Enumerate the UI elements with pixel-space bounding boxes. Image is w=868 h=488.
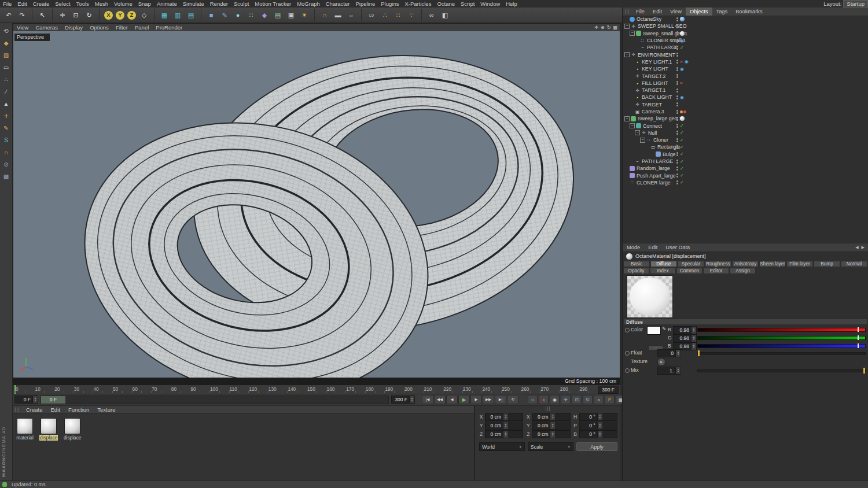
object-row-back-light[interactable]: ●BACK LIGHT◉ [623, 94, 868, 101]
mix-slider-handle[interactable] [863, 368, 865, 374]
visibility-dots-toggle[interactable] [676, 46, 678, 50]
stepper-down-icon[interactable]: ▼ [551, 417, 554, 419]
viewport-menu-prorender[interactable]: ProRender [152, 24, 186, 31]
objects-tab-view[interactable]: View [666, 8, 686, 16]
viewport-camera-label[interactable]: Perspective [14, 34, 50, 41]
attribute-menu-user-data[interactable]: User Data [661, 245, 694, 250]
rotation-b-field[interactable]: 0 °▲▼ [579, 430, 617, 438]
attribute-tab-sheen-layer[interactable]: Sheen layer [759, 261, 786, 267]
camera-menu[interactable]: ▣ [285, 9, 297, 21]
visibility-dots-toggle[interactable] [676, 95, 678, 99]
visibility-dots-toggle[interactable] [676, 167, 678, 171]
viewport-layout-toggle-icon[interactable]: ▦ [613, 25, 617, 30]
next-frame-button[interactable]: ▶ [470, 395, 482, 404]
viewport-menu-options[interactable]: Options [86, 24, 112, 31]
visibility-dots-toggle[interactable] [676, 138, 678, 142]
expand-collapse-icon[interactable]: − [624, 24, 630, 29]
next-key-button[interactable]: ▶▶ [483, 395, 494, 404]
play-button[interactable]: ▶ [458, 395, 470, 404]
object-row-environment[interactable]: −✛ENVIRONMENT [623, 51, 868, 58]
viewport-menu-display[interactable]: Display [61, 24, 86, 31]
visibility-dots-toggle[interactable] [676, 74, 678, 78]
size-x-field-stepper[interactable]: ▲▼ [550, 413, 555, 420]
previous-frame-button[interactable]: ◀ [446, 395, 458, 404]
menu-sculpt[interactable]: Sculpt [231, 1, 252, 7]
texture-mode-button[interactable]: ▨ [1, 50, 12, 60]
stepper-down-icon[interactable]: ▼ [598, 417, 601, 419]
rotation-p-field-stepper[interactable]: ▲▼ [597, 422, 602, 429]
viewport-canvas[interactable]: Perspective [13, 31, 620, 378]
material-item-material[interactable]: material [16, 418, 34, 441]
attribute-tab-diffuse[interactable]: Diffuse [650, 261, 677, 267]
stepper-down-icon[interactable]: ▼ [551, 434, 554, 437]
size-x-field[interactable]: 0 cm▲▼ [532, 413, 570, 421]
rotate-tool[interactable]: ↻ [83, 9, 95, 21]
object-row-key-light-1[interactable]: ●KEY LIGHT.1×◉ [623, 58, 868, 65]
layout-select[interactable]: Startup [843, 0, 868, 8]
rotation-b-field-stepper[interactable]: ▲▼ [597, 431, 602, 438]
object-row-cloner-small-1[interactable]: ∷CLONER small.1◉ [623, 37, 868, 44]
undo-button[interactable]: ↶ [2, 9, 15, 21]
channel-slider-b[interactable] [697, 344, 866, 348]
menu-snap[interactable]: Snap [135, 1, 154, 7]
mograph-cloner-menu[interactable]: ∷ [245, 9, 258, 21]
object-row-rectangle[interactable]: ▭Rectangle✓ [623, 143, 868, 150]
live-selection-tool[interactable]: ↖ [36, 9, 49, 21]
stepper-down-icon[interactable]: ▼ [505, 434, 507, 437]
sculpt-pencil-button[interactable]: ✎ [1, 123, 12, 133]
goto-start-button[interactable]: |◀ [422, 395, 433, 404]
size-y-field-stepper[interactable]: ▲▼ [550, 422, 555, 429]
visibility-dots-toggle[interactable] [676, 160, 678, 164]
visibility-dots-toggle[interactable] [676, 102, 678, 106]
current-frame-stepper[interactable]: ▲▼ [32, 396, 38, 403]
menu-animate[interactable]: Animate [154, 1, 180, 7]
environment-menu[interactable]: ▤ [271, 9, 284, 21]
edges-mode-button[interactable]: ∕ [1, 86, 12, 97]
snap-toggle[interactable]: ∩ [318, 9, 331, 21]
object-row-camera-3[interactable]: ▣Camera.3 [623, 108, 868, 115]
menu-mesh[interactable]: Mesh [92, 1, 111, 7]
object-row-push-apart-large[interactable]: Push Apart_large✓ [623, 172, 868, 179]
menu-x-particles[interactable]: X-Particles [402, 1, 434, 7]
loop-toggle[interactable]: ⟲ [507, 395, 518, 404]
menu-octane[interactable]: Octane [434, 1, 458, 7]
attribute-menu-edit[interactable]: Edit [644, 245, 661, 250]
scale-tool[interactable]: ⊡ [69, 9, 82, 21]
object-row-sweep-large-geo-1[interactable]: −Sweep_large geo.1 [623, 115, 868, 122]
expand-collapse-icon[interactable]: − [640, 138, 645, 143]
objects-tab-file[interactable]: File [632, 8, 649, 16]
viewport-zoom-icon[interactable]: ⊕ [601, 25, 605, 30]
keyframe-dot[interactable] [625, 351, 630, 356]
objects-tab-tags[interactable]: Tags [712, 8, 732, 16]
record-rotation-toggle[interactable]: ↻ [583, 395, 593, 404]
float-slider-handle[interactable] [698, 350, 700, 356]
visibility-dots-toggle[interactable] [676, 67, 678, 71]
make-editable-button[interactable]: ⟲ [1, 25, 12, 36]
channel-field-r-stepper[interactable]: ▲▼ [691, 327, 696, 334]
visibility-dots-toggle[interactable] [676, 60, 678, 64]
object-row-target[interactable]: ✛TARGET [623, 101, 868, 108]
stepper-down-icon[interactable]: ▼ [598, 426, 601, 428]
object-row-target-1[interactable]: ✛TARGET.1 [623, 87, 868, 94]
attribute-tab-anisotropy[interactable]: Anisotropy [732, 261, 759, 267]
viewport-menu-filter[interactable]: Filter [112, 24, 131, 31]
timeline-ruler[interactable]: 0102030405060708090100110120130140150160… [13, 385, 620, 394]
rotation-h-field[interactable]: 0 °▲▼ [579, 413, 617, 421]
enabled-check-toggle[interactable]: ✓ [680, 151, 684, 157]
attribute-tab-normal[interactable]: Normal [841, 261, 867, 267]
viewport-pan-icon[interactable]: ✛ [594, 25, 598, 30]
object-row-octanesky[interactable]: OctaneSky [623, 16, 868, 23]
apply-button[interactable]: Apply [576, 442, 617, 451]
texture-button[interactable]: ▸ [657, 358, 665, 366]
visibility-dots-toggle[interactable] [676, 117, 678, 121]
menu-script[interactable]: Script [458, 1, 477, 7]
attribute-tab-opacity[interactable]: Opacity [623, 268, 649, 274]
objects-tab-edit[interactable]: Edit [649, 8, 666, 16]
stepper-down-icon[interactable]: ▼ [693, 330, 695, 332]
menu-plugins[interactable]: Plugins [378, 1, 402, 7]
channel-field-g-stepper[interactable]: ▲▼ [691, 335, 696, 342]
menu-window[interactable]: Window [477, 1, 503, 7]
current-frame-field[interactable]: 0 F ▲▼ [14, 395, 38, 404]
expand-collapse-icon[interactable]: − [624, 52, 630, 57]
primitive-cube-menu[interactable]: ■ [205, 9, 218, 21]
